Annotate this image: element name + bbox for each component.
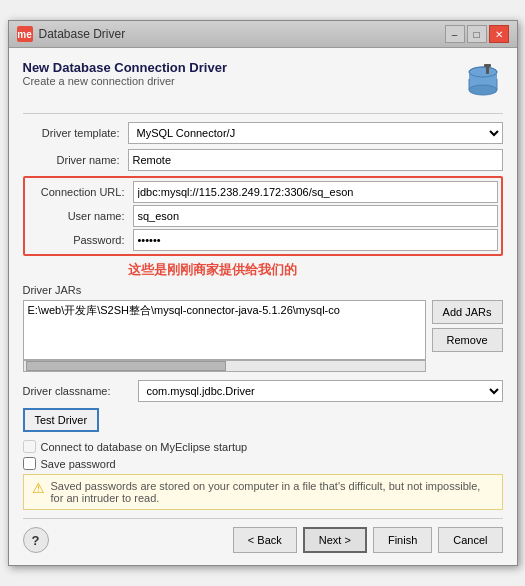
driver-name-input[interactable] xyxy=(128,149,503,171)
test-driver-button[interactable]: Test Driver xyxy=(23,408,100,432)
minimize-button[interactable]: – xyxy=(445,25,465,43)
scrollbar-thumb xyxy=(26,361,227,371)
remove-button[interactable]: Remove xyxy=(432,328,503,352)
app-icon: me xyxy=(17,26,33,42)
warning-icon: ⚠ xyxy=(32,480,45,496)
warning-text: Saved passwords are stored on your compu… xyxy=(51,480,494,504)
warning-box: ⚠ Saved passwords are stored on your com… xyxy=(23,474,503,510)
back-button[interactable]: < Back xyxy=(233,527,297,553)
user-name-group: User name: xyxy=(28,205,498,227)
next-button[interactable]: Next > xyxy=(303,527,367,553)
maximize-button[interactable]: □ xyxy=(467,25,487,43)
title-bar-left: me Database Driver xyxy=(17,26,126,42)
connection-url-label: Connection URL: xyxy=(28,186,133,198)
svg-rect-7 xyxy=(484,64,491,67)
jars-buttons: Add JARs Remove xyxy=(432,300,503,372)
connect-startup-group: Connect to database on MyEclipse startup xyxy=(23,440,503,453)
driver-template-select[interactable]: MySQL Connector/J xyxy=(128,122,503,144)
save-password-checkbox[interactable] xyxy=(23,457,36,470)
close-button[interactable]: ✕ xyxy=(489,25,509,43)
finish-button[interactable]: Finish xyxy=(373,527,432,553)
driver-classname-label: Driver classname: xyxy=(23,385,138,397)
section-header: New Database Connection Driver Create a … xyxy=(23,60,503,105)
save-password-group: Save password xyxy=(23,457,503,470)
driver-classname-group: Driver classname: com.mysql.jdbc.Driver xyxy=(23,380,503,402)
svg-point-2 xyxy=(469,85,497,95)
driver-jars-section: Driver JARs E:\web\开发库\S2SH整合\mysql-conn… xyxy=(23,284,503,372)
title-bar: me Database Driver – □ ✕ xyxy=(9,21,517,48)
annotation-text: 这些是刚刚商家提供给我们的 xyxy=(128,261,503,279)
page-title: New Database Connection Driver xyxy=(23,60,227,75)
user-name-label: User name: xyxy=(28,210,133,222)
test-driver-row: Test Driver xyxy=(23,408,503,432)
bottom-buttons: ? < Back Next > Finish Cancel xyxy=(23,518,503,553)
connect-startup-checkbox[interactable] xyxy=(23,440,36,453)
header-divider xyxy=(23,113,503,114)
cancel-button[interactable]: Cancel xyxy=(438,527,502,553)
driver-name-label: Driver name: xyxy=(23,154,128,166)
horizontal-scrollbar[interactable] xyxy=(23,360,426,372)
content-area: New Database Connection Driver Create a … xyxy=(9,48,517,565)
window-title: Database Driver xyxy=(39,27,126,41)
driver-template-group: Driver template: MySQL Connector/J xyxy=(23,122,503,144)
user-name-input[interactable] xyxy=(133,205,498,227)
jars-row: E:\web\开发库\S2SH整合\mysql-connector-java-5… xyxy=(23,300,503,372)
add-jars-button[interactable]: Add JARs xyxy=(432,300,503,324)
save-password-label: Save password xyxy=(41,458,116,470)
db-icon xyxy=(463,62,503,105)
connection-url-input[interactable] xyxy=(133,181,498,203)
password-group: Password: xyxy=(28,229,498,251)
window: me Database Driver – □ ✕ New Database Co… xyxy=(8,20,518,566)
svg-rect-6 xyxy=(486,66,489,74)
window-controls: – □ ✕ xyxy=(445,25,509,43)
navigation-buttons: < Back Next > Finish Cancel xyxy=(233,527,503,553)
jar-path-item: E:\web\开发库\S2SH整合\mysql-connector-java-5… xyxy=(24,301,425,359)
help-button[interactable]: ? xyxy=(23,527,49,553)
credentials-group: Connection URL: User name: Password: xyxy=(23,176,503,256)
driver-classname-select[interactable]: com.mysql.jdbc.Driver xyxy=(138,380,503,402)
connection-url-group: Connection URL: xyxy=(28,181,498,203)
driver-name-group: Driver name: xyxy=(23,149,503,171)
page-subtitle: Create a new connection driver xyxy=(23,75,227,87)
connect-startup-label: Connect to database on MyEclipse startup xyxy=(41,441,248,453)
jars-list[interactable]: E:\web\开发库\S2SH整合\mysql-connector-java-5… xyxy=(23,300,426,360)
driver-template-label: Driver template: xyxy=(23,127,128,139)
password-input[interactable] xyxy=(133,229,498,251)
password-label: Password: xyxy=(28,234,133,246)
jars-list-container: E:\web\开发库\S2SH整合\mysql-connector-java-5… xyxy=(23,300,426,372)
driver-jars-label: Driver JARs xyxy=(23,284,503,296)
